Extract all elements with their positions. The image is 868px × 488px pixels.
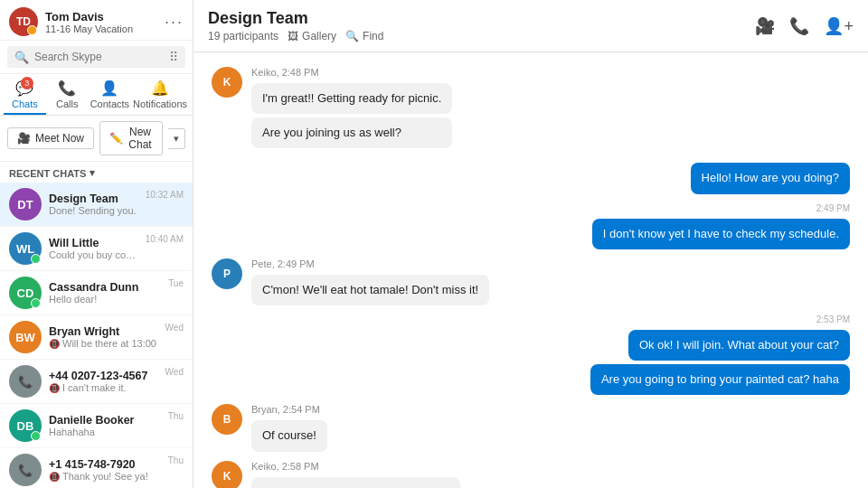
tab-calls[interactable]: 📞 Calls <box>46 74 89 115</box>
video-icon: 🎥 <box>17 132 31 145</box>
add-participant-button[interactable]: 👤+ <box>824 16 854 36</box>
more-options-icon[interactable]: ··· <box>165 13 184 32</box>
search-input[interactable] <box>34 51 164 63</box>
gallery-link[interactable]: 🖼 Gallery <box>288 30 336 42</box>
chats-badge: 3 <box>21 77 33 89</box>
new-chat-dropdown[interactable]: ▾ <box>168 128 185 149</box>
chat-item-phone-1[interactable]: 📞 +44 0207-123-4567 📵 I can't make it. W… <box>0 360 193 404</box>
messages-area[interactable]: K Keiko, 2:48 PM I'm great!! Getting rea… <box>193 52 868 488</box>
chat-item-will-little[interactable]: WL Will Little Could you buy coffee for … <box>0 227 193 271</box>
find-icon: 🔍 <box>345 30 359 42</box>
message-group-sent: Hello! How are you doing? <box>212 157 850 193</box>
chat-avatar: CD <box>9 277 42 309</box>
sidebar: TD Tom Davis 11-16 May Vacation ··· 🔍 ⠿ … <box>0 0 193 488</box>
chat-avatar: WL <box>9 232 42 265</box>
message-header: Keiko, 2:48 PM <box>251 67 452 78</box>
phone-icon: 📵 <box>49 383 60 393</box>
chat-avatar: BW <box>9 321 42 353</box>
notifications-icon: 🔔 <box>151 80 169 97</box>
message-group: B Bryan, 2:54 PM Of course! <box>212 404 850 451</box>
message-bubble: Of course! <box>251 420 327 451</box>
recent-chats-label[interactable]: RECENT CHATS ▾ <box>0 162 193 183</box>
contacts-icon: 👤 <box>100 80 118 97</box>
nav-tabs: 💬 Chats 3 📞 Calls 👤 Contacts 🔔 Notificat… <box>0 74 193 116</box>
message-bubble: Hello! How are you doing? <box>691 163 850 193</box>
edit-icon: ✏️ <box>109 132 123 145</box>
search-bar: 🔍 ⠿ <box>0 41 193 74</box>
header-actions: 🎥 📞 👤+ <box>755 16 854 36</box>
message-header: Pete, 2:49 PM <box>251 258 489 269</box>
grid-icon[interactable]: ⠿ <box>169 50 178 64</box>
user-name: Tom Davis <box>45 10 133 23</box>
message-bubble: I don't know yet I have to check my sche… <box>592 219 850 249</box>
chat-title: Design Team <box>208 9 383 28</box>
participants-count[interactable]: 19 participants <box>208 30 278 42</box>
message-group-sent: 2:53 PM Ok ok! I will join. What about y… <box>212 314 850 395</box>
calls-icon: 📞 <box>58 80 76 97</box>
sender-avatar: K <box>212 67 242 98</box>
sidebar-header: TD Tom Davis 11-16 May Vacation ··· <box>0 0 193 41</box>
chat-item-cassandra-dunn[interactable]: CD Cassandra Dunn Hello dear! Tue <box>0 271 193 315</box>
search-icon: 🔍 <box>14 51 29 64</box>
user-avatar: TD <box>9 7 38 36</box>
action-bar: 🎥 Meet Now ✏️ New Chat ▾ <box>0 116 193 162</box>
chat-item-phone-2[interactable]: 📞 +1 415-748-7920 📵 Thank you! See ya! T… <box>0 448 193 488</box>
message-group: K Keiko, 2:58 PM Awesome, let me check w… <box>212 461 850 489</box>
chat-list: DT Design Team Done! Sending you. 10:32 … <box>0 183 193 488</box>
tab-chats[interactable]: 💬 Chats 3 <box>4 74 46 115</box>
new-chat-button[interactable]: ✏️ New Chat <box>99 121 163 155</box>
message-bubble: Are you going to bring your painted cat?… <box>590 364 850 395</box>
message-time: 2:53 PM <box>816 314 850 324</box>
message-group-sent: 2:49 PM I don't know yet I have to check… <box>212 203 850 249</box>
chat-item-bryan-wright[interactable]: BW Bryan Wright 📵 Will be there at 13:00… <box>0 315 193 360</box>
chevron-down-icon: ▾ <box>90 167 95 179</box>
chat-header: Design Team 19 participants 🖼 Gallery 🔍 … <box>193 0 868 52</box>
chat-avatar: 📞 <box>9 365 42 398</box>
gallery-icon: 🖼 <box>288 30 298 42</box>
phone-icon: 📵 <box>49 339 60 349</box>
audio-call-button[interactable]: 📞 <box>789 16 809 36</box>
phone-icon: 📵 <box>49 472 60 482</box>
sender-avatar: B <box>212 404 242 435</box>
message-bubble: Are you joining us as well? <box>251 117 452 148</box>
message-bubble: Ok ok! I will join. What about your cat? <box>628 330 850 361</box>
user-info: TD Tom Davis 11-16 May Vacation <box>9 7 133 36</box>
message-group: P Pete, 2:49 PM C'mon! We'll eat hot tam… <box>212 258 850 305</box>
chat-item-danielle-booker[interactable]: DB Danielle Booker Hahahaha Thu <box>0 404 193 448</box>
message-bubble: C'mon! We'll eat hot tamale! Don't miss … <box>251 275 489 305</box>
chat-item-design-team[interactable]: DT Design Team Done! Sending you. 10:32 … <box>0 183 193 227</box>
chat-avatar: 📞 <box>9 454 42 486</box>
video-call-button[interactable]: 🎥 <box>755 16 775 36</box>
main-chat: Design Team 19 participants 🖼 Gallery 🔍 … <box>193 0 868 488</box>
chat-meta: 19 participants 🖼 Gallery 🔍 Find <box>208 30 383 42</box>
sender-avatar: P <box>212 258 242 289</box>
message-header: Keiko, 2:58 PM <box>251 461 460 472</box>
tab-contacts[interactable]: 👤 Contacts <box>89 74 131 115</box>
tab-notifications[interactable]: 🔔 Notifications <box>131 74 189 115</box>
meet-now-button[interactable]: 🎥 Meet Now <box>7 127 94 149</box>
message-bubble: Awesome, let me check with others. <box>251 477 460 489</box>
sender-avatar: K <box>212 461 242 489</box>
user-status: 11-16 May Vacation <box>45 23 133 34</box>
find-link[interactable]: 🔍 Find <box>345 30 383 42</box>
message-time: 2:49 PM <box>816 203 850 213</box>
message-bubble: I'm great!! Getting ready for picnic. <box>251 83 452 114</box>
message-header: Bryan, 2:54 PM <box>251 404 327 415</box>
chat-avatar: DT <box>9 188 42 221</box>
message-group: K Keiko, 2:48 PM I'm great!! Getting rea… <box>212 67 850 148</box>
chat-avatar: DB <box>9 409 42 442</box>
